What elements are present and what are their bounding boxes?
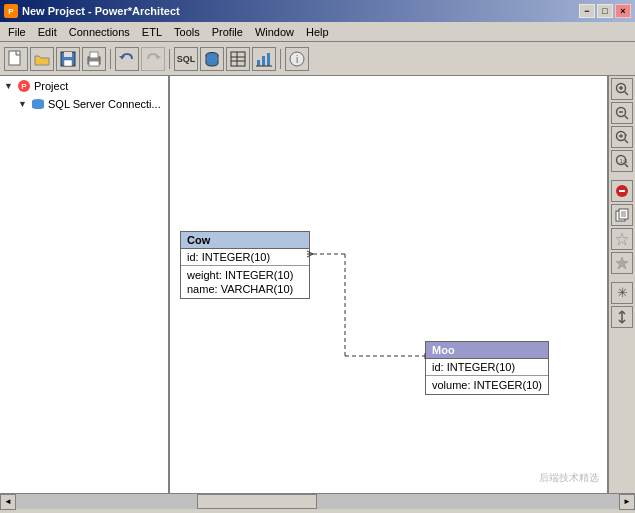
zoom-in-button[interactable]	[611, 78, 633, 100]
svg-rect-5	[90, 52, 98, 58]
er-table-cow[interactable]: Cow id: INTEGER(10) weight: INTEGER(10) …	[180, 231, 310, 299]
left-panel: ▼ P Project ▼ SQL Server Connecti...	[0, 76, 170, 493]
svg-rect-0	[9, 51, 20, 65]
db-icon	[30, 98, 46, 110]
svg-rect-17	[267, 53, 270, 66]
svg-rect-2	[64, 52, 72, 57]
menu-file[interactable]: File	[2, 24, 32, 40]
menu-help[interactable]: Help	[300, 24, 335, 40]
svg-rect-6	[89, 61, 99, 66]
svg-marker-54	[616, 257, 628, 269]
delete-button[interactable]	[611, 180, 633, 202]
copy-table-button[interactable]	[611, 204, 633, 226]
svg-text:i: i	[296, 54, 298, 65]
svg-rect-11	[231, 52, 245, 66]
main-area: ▼ P Project ▼ SQL Server Connecti... Cow…	[0, 76, 635, 493]
svg-line-36	[625, 116, 629, 120]
svg-marker-8	[155, 56, 161, 59]
svg-line-39	[625, 140, 629, 144]
zoom-out-button[interactable]	[611, 102, 633, 124]
close-button[interactable]: ×	[615, 4, 631, 18]
er-table-moo[interactable]: Moo id: INTEGER(10) volume: INTEGER(10)	[425, 341, 549, 395]
title-bar: P New Project - Power*Architect − □ ×	[0, 0, 635, 22]
print-button[interactable]	[82, 47, 106, 71]
separator-3	[280, 49, 281, 69]
scroll-thumb[interactable]	[197, 494, 318, 509]
title-text: New Project - Power*Architect	[22, 5, 180, 17]
toolbar: SQL i	[0, 42, 635, 76]
er-table-moo-body: volume: INTEGER(10)	[426, 376, 548, 394]
svg-text:✳: ✳	[617, 285, 628, 300]
tree-item-connection[interactable]: ▼ SQL Server Connecti...	[0, 96, 168, 112]
er-table-cow-header: Cow	[181, 232, 309, 249]
star-button[interactable]	[611, 228, 633, 250]
separator-2	[169, 49, 170, 69]
svg-text:1:1: 1:1	[620, 158, 629, 164]
scroll-track[interactable]	[16, 494, 619, 509]
scroll-left-button[interactable]: ◄	[0, 494, 16, 510]
er-table-cow-body: weight: INTEGER(10) name: VARCHAR(10)	[181, 266, 309, 298]
open-button[interactable]	[30, 47, 54, 71]
svg-marker-53	[616, 233, 628, 245]
tree-label-connection: SQL Server Connecti...	[48, 98, 161, 110]
db-button[interactable]	[200, 47, 224, 71]
new-button[interactable]	[4, 47, 28, 71]
zoom-fit-button[interactable]	[611, 126, 633, 148]
undo-button[interactable]	[115, 47, 139, 71]
zoom-actual-button[interactable]: 1:1	[611, 150, 633, 172]
er-table-cow-pk: id: INTEGER(10)	[181, 249, 309, 266]
tree-item-project[interactable]: ▼ P Project	[0, 76, 168, 96]
canvas-area[interactable]: Cow id: INTEGER(10) weight: INTEGER(10) …	[170, 76, 607, 493]
er-table-moo-pk: id: INTEGER(10)	[426, 359, 548, 376]
cow-field-name: name: VARCHAR(10)	[187, 282, 303, 296]
menu-etl[interactable]: ETL	[136, 24, 168, 40]
tree-arrow-connection: ▼	[18, 99, 28, 109]
separator-1	[110, 49, 111, 69]
title-bar-buttons[interactable]: − □ ×	[579, 4, 631, 18]
scroll-bar: ◄ ►	[0, 493, 635, 509]
svg-rect-16	[262, 56, 265, 66]
menu-edit[interactable]: Edit	[32, 24, 63, 40]
star2-button[interactable]	[611, 252, 633, 274]
minimize-button[interactable]: −	[579, 4, 595, 18]
moo-field-volume: volume: INTEGER(10)	[432, 378, 542, 392]
menu-window[interactable]: Window	[249, 24, 300, 40]
svg-rect-15	[257, 60, 260, 66]
menu-connections[interactable]: Connections	[63, 24, 136, 40]
resize-button[interactable]	[611, 306, 633, 328]
title-bar-left: P New Project - Power*Architect	[4, 4, 180, 18]
cow-field-weight: weight: INTEGER(10)	[187, 268, 303, 282]
svg-line-44	[625, 164, 629, 168]
menu-profile[interactable]: Profile	[206, 24, 249, 40]
tree-label-project: Project	[34, 80, 68, 92]
svg-text:P: P	[21, 82, 27, 91]
tree-arrow-project: ▼	[4, 81, 14, 91]
watermark: 后端技术精选	[539, 471, 599, 485]
svg-rect-3	[64, 60, 72, 66]
maximize-button[interactable]: □	[597, 4, 613, 18]
app-icon: P	[4, 4, 18, 18]
chart-button[interactable]	[252, 47, 276, 71]
asterisk-button[interactable]: ✳	[611, 282, 633, 304]
table-button[interactable]	[226, 47, 250, 71]
project-icon: P	[16, 78, 32, 94]
scroll-right-button[interactable]: ►	[619, 494, 635, 510]
svg-line-32	[625, 92, 629, 96]
menu-bar: File Edit Connections ETL Tools Profile …	[0, 22, 635, 42]
redo-button[interactable]	[141, 47, 165, 71]
sql-button[interactable]: SQL	[174, 47, 198, 71]
menu-tools[interactable]: Tools	[168, 24, 206, 40]
er-table-moo-header: Moo	[426, 342, 548, 359]
svg-marker-7	[119, 56, 125, 59]
info-button[interactable]: i	[285, 47, 309, 71]
save-button[interactable]	[56, 47, 80, 71]
right-panel: 1:1 ✳	[607, 76, 635, 493]
